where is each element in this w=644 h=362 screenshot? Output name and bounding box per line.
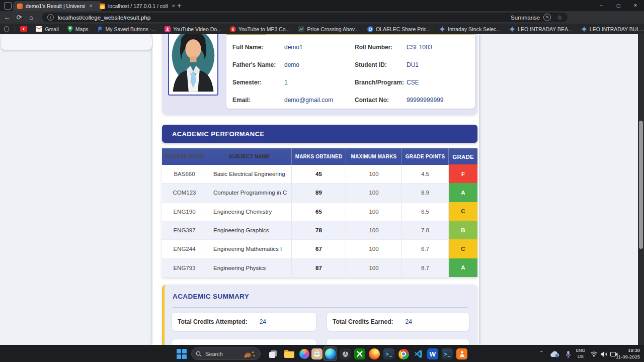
- xbox-button[interactable]: [354, 348, 366, 360]
- word-button[interactable]: W: [427, 348, 439, 360]
- gemini-icon: [581, 26, 587, 32]
- start-button[interactable]: [176, 348, 188, 360]
- copilot-button[interactable]: [298, 348, 310, 360]
- scrollbar-track[interactable]: [638, 34, 644, 345]
- sidebar-toggle-icon[interactable]: [4, 26, 9, 32]
- grade-badge: A: [449, 183, 477, 202]
- student-photo: [168, 34, 218, 96]
- grade-badge: A: [449, 258, 477, 277]
- table-row: ENG793 Engineering Physics 87 100 8.7 A: [162, 259, 477, 278]
- close-button[interactable]: ✕: [627, 0, 644, 11]
- new-tab-button[interactable]: +: [177, 2, 181, 10]
- home-icon[interactable]: ⌂: [25, 14, 37, 21]
- taskbar-search[interactable]: Search: [191, 347, 261, 360]
- microphone-icon: [566, 350, 571, 358]
- site-info-icon[interactable]: i: [47, 14, 54, 21]
- table-row: ENG397 Engineering Graphics 78 100 7.8 B: [162, 221, 477, 240]
- stat-card-partial: [327, 339, 469, 345]
- terminal-icon: >_: [442, 348, 453, 359]
- url-text[interactable]: localhost/college_website/result.php: [58, 15, 511, 21]
- scrollbar-thumb[interactable]: [639, 121, 643, 249]
- bookmark-gmail[interactable]: Gmail: [36, 26, 58, 32]
- video-download-icon: [165, 26, 171, 32]
- student-info-card: Full Name: demo1 Roll Number: CSE1003 Fa…: [162, 34, 477, 115]
- flag-icon: [97, 26, 103, 32]
- terminal-button[interactable]: >_: [441, 348, 453, 360]
- wifi-icon: [590, 351, 598, 357]
- file-explorer-button[interactable]: [283, 348, 295, 360]
- edge-icon: [325, 348, 336, 359]
- bookmark-olaelec[interactable]: OLAELEC Share Pric...: [367, 26, 431, 32]
- tab-close-icon[interactable]: ✕: [172, 4, 176, 9]
- table-header: COURSE CODE SUBJECT NAME MARKS OBTAINED …: [162, 148, 477, 165]
- browser-titlebar: demo1's Result | University Resul ✕ loca…: [0, 0, 644, 11]
- field-value: 1: [284, 79, 288, 86]
- divider: [173, 307, 468, 308]
- clock[interactable]: 19:30 11-09-2025: [616, 347, 640, 360]
- result-page: Full Name: demo1 Roll Number: CSE1003 Fa…: [0, 34, 644, 345]
- minimize-button[interactable]: ─: [593, 0, 610, 11]
- tab-result-page[interactable]: demo1's Result | University Resul ✕: [13, 1, 102, 11]
- chart-icon: [298, 26, 304, 32]
- maximize-button[interactable]: ▢: [610, 0, 627, 11]
- unity-hub-button[interactable]: [339, 348, 351, 360]
- chrome-button[interactable]: [397, 348, 410, 360]
- summarise-icon[interactable]: ✎: [543, 14, 551, 21]
- copilot-icon: [299, 349, 309, 359]
- field-value: CSE: [407, 79, 419, 86]
- bookmark-saved-buttons[interactable]: My Saved Buttons -...: [97, 26, 156, 32]
- bookmark-leo-bear[interactable]: LEO INTRADAY BEA...: [509, 26, 573, 32]
- workspaces-icon[interactable]: [4, 2, 12, 10]
- edge-button[interactable]: [325, 348, 337, 360]
- bookmark-star-icon[interactable]: ☆: [557, 14, 562, 21]
- microphone-tray[interactable]: [562, 348, 574, 360]
- xbox-icon: [354, 348, 365, 359]
- address-bar[interactable]: i localhost/college_website/result.php S…: [42, 13, 568, 22]
- column-header: GRADE: [449, 148, 477, 165]
- column-header: GRADE POINTS: [402, 148, 449, 165]
- page-header-fragment: [1, 35, 152, 50]
- task-view-button[interactable]: [267, 348, 279, 360]
- student-avatar: [170, 34, 216, 94]
- column-header: COURSE CODE: [162, 148, 207, 165]
- bookmark-youtube-video[interactable]: YouTube Video Do...: [165, 26, 221, 32]
- taskbar: Search: [0, 345, 644, 362]
- search-placeholder: Search: [205, 351, 239, 357]
- xampp-button[interactable]: [456, 348, 468, 360]
- tab-close-icon[interactable]: ✕: [89, 4, 93, 9]
- gemini-icon: [509, 26, 515, 32]
- field-value: CSE1003: [407, 44, 432, 51]
- date: 11-09-2025: [616, 354, 640, 360]
- refresh-icon[interactable]: ⟳: [13, 14, 25, 21]
- powershell-icon: >_: [383, 348, 394, 359]
- bookmark-leo-bull[interactable]: LEO INTRADAY BUL...: [581, 26, 644, 32]
- bookmark-youtube-mp3[interactable]: YouTube to MP3 Co...: [230, 26, 290, 32]
- xampp-icon: [456, 348, 467, 359]
- summarise-button[interactable]: Summarise: [511, 15, 540, 21]
- grade-badge: C: [449, 239, 477, 258]
- field-value: 99999999999: [407, 97, 443, 104]
- tray-chevron-icon[interactable]: ⌃: [539, 350, 543, 355]
- store-button[interactable]: [311, 348, 323, 360]
- bookmark-youtube[interactable]: [20, 26, 27, 32]
- grade-badge: F: [449, 164, 477, 183]
- tab-title: demo1's Result | University Resul: [26, 3, 85, 9]
- powershell-button[interactable]: >_: [383, 348, 395, 360]
- time: 19:30: [616, 347, 640, 354]
- bookmark-price-crossing[interactable]: Price Crossing Abov...: [298, 26, 359, 32]
- bookmark-maps[interactable]: Maps: [67, 26, 89, 32]
- unity-hub-icon: [340, 348, 351, 359]
- tab-title: localhost / 127.0.0.1 / college_db: [108, 3, 168, 9]
- field-label: Student ID:: [355, 61, 387, 68]
- field-label: Branch/Program:: [355, 79, 404, 86]
- column-header: MARKS OBTAINED: [292, 148, 346, 165]
- language-indicator[interactable]: ENGUS: [575, 348, 587, 359]
- vscode-button[interactable]: [412, 348, 424, 360]
- divider: [15, 26, 15, 32]
- back-icon[interactable]: ←: [1, 14, 13, 21]
- onedrive-tray[interactable]: [549, 348, 561, 360]
- bookmark-intraday[interactable]: Intraday Stock Selec...: [439, 26, 501, 32]
- tab-phpmyadmin[interactable]: localhost / 127.0.0.1 / college_db ✕: [96, 1, 183, 11]
- firefox-button[interactable]: [368, 348, 380, 360]
- table-row: BAS660 Basic Electrical Engineering 45 1…: [162, 165, 477, 184]
